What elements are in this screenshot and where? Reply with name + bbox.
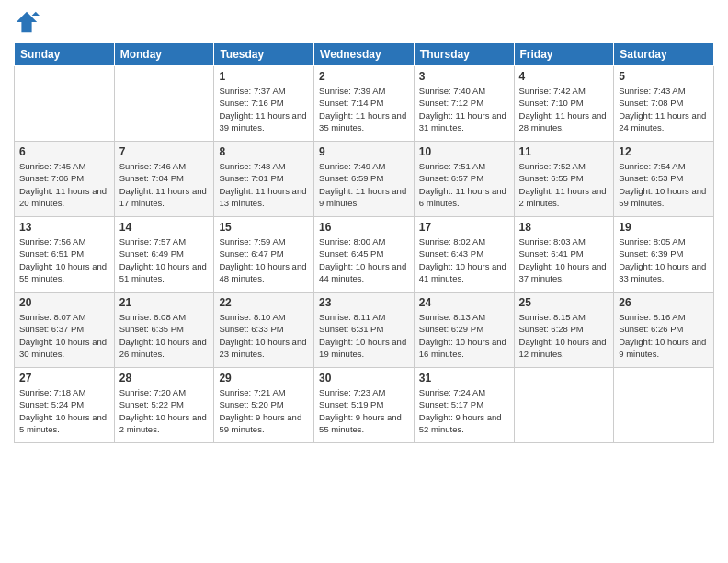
day-number: 19 (619, 221, 709, 234)
day-number: 24 (419, 296, 509, 309)
day-cell: 29Sunrise: 7:21 AMSunset: 5:20 PMDayligh… (214, 368, 314, 443)
day-number: 4 (519, 70, 609, 83)
day-number: 7 (119, 145, 210, 158)
day-cell: 20Sunrise: 8:07 AMSunset: 6:37 PMDayligh… (15, 293, 115, 368)
day-cell: 9Sunrise: 7:49 AMSunset: 6:59 PMDaylight… (314, 142, 415, 217)
day-cell: 4Sunrise: 7:42 AMSunset: 7:10 PMDaylight… (514, 66, 614, 142)
day-cell (114, 66, 214, 142)
col-header-thursday: Thursday (414, 43, 514, 66)
day-cell: 7Sunrise: 7:46 AMSunset: 7:04 PMDaylight… (114, 142, 214, 217)
day-cell: 23Sunrise: 8:11 AMSunset: 6:31 PMDayligh… (314, 293, 415, 368)
day-cell: 2Sunrise: 7:39 AMSunset: 7:14 PMDaylight… (314, 66, 415, 142)
day-info: Sunrise: 8:13 AMSunset: 6:29 PMDaylight:… (419, 311, 509, 360)
day-cell: 11Sunrise: 7:52 AMSunset: 6:55 PMDayligh… (514, 142, 614, 217)
day-number: 30 (319, 372, 409, 385)
logo-icon (14, 9, 40, 35)
week-row-3: 13Sunrise: 7:56 AMSunset: 6:51 PMDayligh… (15, 217, 714, 293)
day-cell: 25Sunrise: 8:15 AMSunset: 6:28 PMDayligh… (514, 293, 614, 368)
day-info: Sunrise: 7:51 AMSunset: 6:57 PMDaylight:… (419, 160, 509, 209)
day-cell: 8Sunrise: 7:48 AMSunset: 7:01 PMDaylight… (214, 142, 314, 217)
day-cell: 17Sunrise: 8:02 AMSunset: 6:43 PMDayligh… (414, 217, 514, 293)
day-number: 2 (319, 70, 409, 83)
day-info: Sunrise: 7:56 AMSunset: 6:51 PMDaylight:… (19, 236, 109, 284)
day-cell: 1Sunrise: 7:37 AMSunset: 7:16 PMDaylight… (214, 66, 314, 142)
day-cell: 12Sunrise: 7:54 AMSunset: 6:53 PMDayligh… (614, 142, 714, 217)
day-info: Sunrise: 7:20 AMSunset: 5:22 PMDaylight:… (119, 386, 210, 435)
day-number: 3 (419, 70, 509, 83)
day-info: Sunrise: 8:08 AMSunset: 6:35 PMDaylight:… (119, 311, 210, 360)
day-number: 1 (219, 70, 309, 83)
day-cell: 15Sunrise: 7:59 AMSunset: 6:47 PMDayligh… (214, 217, 314, 293)
col-header-wednesday: Wednesday (314, 43, 415, 66)
day-info: Sunrise: 7:39 AMSunset: 7:14 PMDaylight:… (319, 85, 409, 133)
day-cell: 18Sunrise: 8:03 AMSunset: 6:41 PMDayligh… (514, 217, 614, 293)
day-cell: 27Sunrise: 7:18 AMSunset: 5:24 PMDayligh… (15, 368, 115, 443)
day-number: 17 (419, 221, 509, 234)
col-header-friday: Friday (514, 43, 614, 66)
day-info: Sunrise: 7:49 AMSunset: 6:59 PMDaylight:… (319, 160, 409, 209)
day-number: 10 (419, 145, 509, 158)
day-cell (15, 66, 115, 142)
day-number: 27 (19, 372, 109, 385)
day-number: 21 (119, 296, 210, 309)
day-number: 31 (419, 372, 509, 385)
day-cell: 24Sunrise: 8:13 AMSunset: 6:29 PMDayligh… (414, 293, 514, 368)
day-info: Sunrise: 7:43 AMSunset: 7:08 PMDaylight:… (619, 85, 709, 133)
day-number: 12 (619, 145, 709, 158)
day-info: Sunrise: 8:10 AMSunset: 6:33 PMDaylight:… (219, 311, 309, 360)
day-number: 15 (219, 221, 309, 234)
day-info: Sunrise: 8:02 AMSunset: 6:43 PMDaylight:… (419, 236, 509, 284)
col-header-saturday: Saturday (614, 43, 714, 66)
day-number: 22 (219, 296, 309, 309)
week-row-1: 1Sunrise: 7:37 AMSunset: 7:16 PMDaylight… (15, 66, 714, 142)
day-info: Sunrise: 7:45 AMSunset: 7:06 PMDaylight:… (19, 160, 109, 209)
day-info: Sunrise: 7:46 AMSunset: 7:04 PMDaylight:… (119, 160, 210, 209)
col-header-monday: Monday (114, 43, 214, 66)
day-cell (514, 368, 614, 443)
day-cell: 6Sunrise: 7:45 AMSunset: 7:06 PMDaylight… (15, 142, 115, 217)
day-info: Sunrise: 7:42 AMSunset: 7:10 PMDaylight:… (519, 85, 609, 133)
day-cell: 10Sunrise: 7:51 AMSunset: 6:57 PMDayligh… (414, 142, 514, 217)
day-info: Sunrise: 8:16 AMSunset: 6:26 PMDaylight:… (619, 311, 709, 360)
day-cell: 19Sunrise: 8:05 AMSunset: 6:39 PMDayligh… (614, 217, 714, 293)
day-info: Sunrise: 8:15 AMSunset: 6:28 PMDaylight:… (519, 311, 609, 360)
day-cell: 13Sunrise: 7:56 AMSunset: 6:51 PMDayligh… (15, 217, 115, 293)
col-header-sunday: Sunday (15, 43, 115, 66)
week-row-2: 6Sunrise: 7:45 AMSunset: 7:06 PMDaylight… (15, 142, 714, 217)
day-number: 9 (319, 145, 409, 158)
day-number: 6 (19, 145, 109, 158)
day-cell: 31Sunrise: 7:24 AMSunset: 5:17 PMDayligh… (414, 368, 514, 443)
day-number: 13 (19, 221, 109, 234)
day-number: 23 (319, 296, 409, 309)
week-row-5: 27Sunrise: 7:18 AMSunset: 5:24 PMDayligh… (15, 368, 714, 443)
day-cell: 21Sunrise: 8:08 AMSunset: 6:35 PMDayligh… (114, 293, 214, 368)
col-header-tuesday: Tuesday (214, 43, 314, 66)
day-number: 26 (619, 296, 709, 309)
day-info: Sunrise: 7:37 AMSunset: 7:16 PMDaylight:… (219, 85, 309, 133)
day-info: Sunrise: 8:11 AMSunset: 6:31 PMDaylight:… (319, 311, 409, 360)
day-info: Sunrise: 8:00 AMSunset: 6:45 PMDaylight:… (319, 236, 409, 284)
day-cell: 3Sunrise: 7:40 AMSunset: 7:12 PMDaylight… (414, 66, 514, 142)
header (14, 9, 714, 35)
day-number: 5 (619, 70, 709, 83)
day-info: Sunrise: 7:21 AMSunset: 5:20 PMDaylight:… (219, 386, 309, 435)
day-number: 8 (219, 145, 309, 158)
day-info: Sunrise: 8:05 AMSunset: 6:39 PMDaylight:… (619, 236, 709, 284)
day-cell: 28Sunrise: 7:20 AMSunset: 5:22 PMDayligh… (114, 368, 214, 443)
week-row-4: 20Sunrise: 8:07 AMSunset: 6:37 PMDayligh… (15, 293, 714, 368)
day-cell: 16Sunrise: 8:00 AMSunset: 6:45 PMDayligh… (314, 217, 415, 293)
day-info: Sunrise: 7:18 AMSunset: 5:24 PMDaylight:… (19, 386, 109, 435)
header-row: SundayMondayTuesdayWednesdayThursdayFrid… (15, 43, 714, 66)
day-cell: 30Sunrise: 7:23 AMSunset: 5:19 PMDayligh… (314, 368, 415, 443)
day-number: 28 (119, 372, 210, 385)
day-number: 29 (219, 372, 309, 385)
day-cell: 14Sunrise: 7:57 AMSunset: 6:49 PMDayligh… (114, 217, 214, 293)
day-cell: 26Sunrise: 8:16 AMSunset: 6:26 PMDayligh… (614, 293, 714, 368)
logo (14, 9, 43, 35)
day-info: Sunrise: 7:54 AMSunset: 6:53 PMDaylight:… (619, 160, 709, 209)
day-cell: 5Sunrise: 7:43 AMSunset: 7:08 PMDaylight… (614, 66, 714, 142)
calendar-table: SundayMondayTuesdayWednesdayThursdayFrid… (14, 42, 714, 443)
day-info: Sunrise: 8:03 AMSunset: 6:41 PMDaylight:… (519, 236, 609, 284)
day-number: 16 (319, 221, 409, 234)
day-info: Sunrise: 8:07 AMSunset: 6:37 PMDaylight:… (19, 311, 109, 360)
